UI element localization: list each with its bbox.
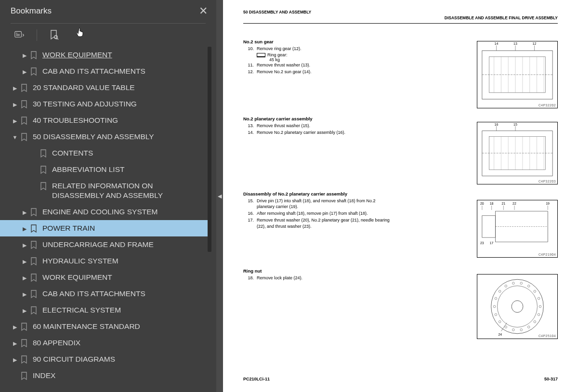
step-text: Remove No.2 planetary carrier assembly (… bbox=[257, 130, 393, 135]
bookmark-item[interactable]: INDEX bbox=[0, 367, 209, 384]
bookmark-item[interactable]: ABBREVIATION LIST bbox=[0, 161, 209, 178]
chevron-right-icon[interactable]: ▶ bbox=[21, 258, 28, 265]
bookmark-icon bbox=[20, 372, 29, 380]
bookmark-label: 30 TESTING AND ADJUSTING bbox=[33, 99, 207, 109]
chevron-right-icon[interactable]: ▶ bbox=[12, 324, 18, 330]
bookmark-label: WORK EQUIPMENT bbox=[42, 273, 207, 282]
bookmark-item[interactable]: ▶ELECTRICAL SYSTEM bbox=[0, 302, 209, 318]
doc-section: Ring nut18.Remove lock plate (24). bbox=[243, 268, 393, 282]
chevron-right-icon[interactable]: ▶ bbox=[12, 118, 18, 124]
bookmark-label: CAB AND ITS ATTACHMENTS bbox=[42, 289, 207, 299]
svg-text:24: 24 bbox=[498, 333, 502, 336]
step-text: Drive pin (17) into shaft (18), and remo… bbox=[257, 198, 393, 209]
figure-code: C4P32203 bbox=[539, 180, 556, 183]
svg-point-70 bbox=[520, 282, 523, 285]
bookmark-icon bbox=[20, 323, 29, 331]
svg-point-60 bbox=[520, 329, 523, 331]
bookmark-icon bbox=[30, 51, 39, 60]
bookmark-label: WORK EQUIPMENT bbox=[42, 50, 207, 60]
scrollbar-thumb[interactable] bbox=[208, 47, 211, 252]
chevron-right-icon[interactable]: ▶ bbox=[12, 340, 18, 347]
bookmark-item[interactable]: ▶WORK EQUIPMENT bbox=[0, 269, 209, 286]
svg-point-59 bbox=[527, 326, 530, 328]
page-header-left: 50 DISASSEMBLY AND ASSEMBLY bbox=[243, 10, 325, 15]
bookmark-label: ENGINE AND COOLING SYSTEM bbox=[42, 207, 207, 217]
chevron-right-icon[interactable]: ▶ bbox=[21, 225, 28, 232]
chevron-right-icon[interactable]: ▶ bbox=[21, 209, 28, 216]
chevron-right-icon[interactable]: ▶ bbox=[21, 68, 28, 75]
svg-line-5 bbox=[57, 38, 58, 39]
step-number: 18. bbox=[243, 275, 254, 281]
svg-point-4 bbox=[54, 36, 57, 39]
document-viewport[interactable]: 50 DISASSEMBLY AND ASSEMBLY DISASSEMBLE … bbox=[223, 0, 578, 392]
svg-text:20: 20 bbox=[480, 202, 484, 205]
svg-rect-23 bbox=[482, 131, 552, 176]
step-text: Remove thrust washer (15). bbox=[257, 123, 393, 129]
step-number: 10. bbox=[243, 46, 254, 52]
step-number: 11. bbox=[243, 62, 254, 68]
chevron-right-icon[interactable]: ▶ bbox=[21, 307, 28, 314]
step-number: 17. bbox=[243, 217, 254, 229]
bookmark-item[interactable]: ▶CAB AND ITS ATTACHMENTS bbox=[0, 63, 209, 79]
figure: 1615C4P32203 bbox=[477, 122, 558, 184]
svg-point-58 bbox=[534, 321, 536, 323]
chevron-right-icon[interactable]: ▶ bbox=[21, 291, 28, 298]
chevron-right-icon[interactable]: ▶ bbox=[21, 274, 28, 281]
svg-point-66 bbox=[495, 297, 497, 300]
toolbar-separator bbox=[37, 29, 37, 41]
bookmark-item[interactable]: ▶60 MAINTENANCE STANDARD bbox=[0, 318, 209, 335]
chevron-down-icon[interactable]: ▼ bbox=[12, 134, 18, 141]
page-header-rule bbox=[243, 23, 558, 24]
bookmark-icon bbox=[30, 67, 39, 76]
bookmarks-header: Bookmarks ✕ bbox=[0, 0, 216, 21]
bookmark-item[interactable]: ▶80 APPENDIX bbox=[0, 335, 209, 351]
bookmarks-tree: ▶WORK EQUIPMENT▶CAB AND ITS ATTACHMENTS▶… bbox=[0, 47, 216, 392]
bookmark-icon bbox=[39, 166, 48, 174]
figure-code: C4P32202 bbox=[539, 104, 556, 107]
find-bookmark-icon[interactable] bbox=[49, 30, 59, 40]
section-title: No.2 planetary carrier assembly bbox=[243, 116, 393, 121]
chevron-right-icon[interactable]: ▶ bbox=[12, 356, 18, 363]
chevron-right-icon[interactable]: ▶ bbox=[21, 242, 28, 248]
figure: 141312C4P32202 bbox=[477, 41, 558, 108]
svg-rect-6 bbox=[482, 51, 552, 99]
bookmark-icon bbox=[20, 84, 29, 92]
pointer-cursor-icon bbox=[76, 27, 85, 39]
close-icon[interactable]: ✕ bbox=[199, 5, 208, 17]
chevron-right-icon[interactable]: ▶ bbox=[12, 85, 18, 91]
chevron-right-icon[interactable]: ▶ bbox=[12, 101, 18, 108]
bookmark-item[interactable]: RELATED INFORMATION ON DISASSEMBLY AND A… bbox=[0, 178, 209, 204]
caret-left-icon: ◀ bbox=[218, 193, 222, 199]
chevron-right-icon[interactable]: ▶ bbox=[21, 52, 28, 59]
bookmark-item[interactable]: ▶40 TROUBLESHOOTING bbox=[0, 112, 209, 129]
svg-text:12: 12 bbox=[533, 42, 537, 46]
bookmark-item[interactable]: ▶HYDRAULIC SYSTEM bbox=[0, 253, 209, 269]
bookmark-options-icon[interactable] bbox=[14, 30, 25, 40]
procedure-step: 18.Remove lock plate (24). bbox=[243, 275, 393, 281]
bookmark-item[interactable]: ▶CAB AND ITS ATTACHMENTS bbox=[0, 286, 209, 302]
doc-section: Disassembly of No.2 planetary carrier as… bbox=[243, 191, 393, 230]
svg-point-71 bbox=[527, 285, 530, 287]
bookmark-icon bbox=[20, 339, 29, 348]
bookmark-item[interactable]: ▶WORK EQUIPMENT bbox=[0, 47, 209, 63]
bookmark-item[interactable]: ▼50 DISASSEMBLY AND ASSEMBLY bbox=[0, 129, 209, 145]
step-text: After removing shaft (18), remove pin (1… bbox=[257, 210, 393, 216]
bookmark-item[interactable]: ▶30 TESTING AND ADJUSTING bbox=[0, 96, 209, 112]
page-header-right: DISASSEMBLE AND ASSEMBLE FINAL DRIVE ASS… bbox=[445, 15, 558, 20]
bookmark-label: 40 TROUBLESHOOTING bbox=[33, 116, 207, 125]
bookmark-item[interactable]: ▶POWER TRAIN bbox=[0, 220, 209, 236]
svg-point-56 bbox=[539, 305, 541, 308]
svg-rect-38 bbox=[482, 216, 496, 237]
bookmark-item[interactable]: CONTENTS bbox=[0, 145, 209, 161]
bookmark-item[interactable]: ▶90 CIRCUIT DIAGRAMS bbox=[0, 351, 209, 367]
pane-splitter[interactable]: ◀ bbox=[216, 0, 223, 392]
bookmark-item[interactable]: ▶20 STANDARD VALUE TABLE bbox=[0, 79, 209, 96]
bookmark-icon bbox=[20, 117, 29, 125]
svg-point-72 bbox=[534, 290, 536, 293]
bookmark-label: ELECTRICAL SYSTEM bbox=[42, 305, 207, 315]
mass-icon bbox=[257, 53, 265, 57]
bookmark-item[interactable]: ▶ENGINE AND COOLING SYSTEM bbox=[0, 204, 209, 220]
bookmark-label: 80 APPENDIX bbox=[33, 338, 207, 348]
bookmark-icon bbox=[30, 257, 39, 266]
bookmark-item[interactable]: ▶UNDERCARRIAGE AND FRAME bbox=[0, 236, 209, 253]
